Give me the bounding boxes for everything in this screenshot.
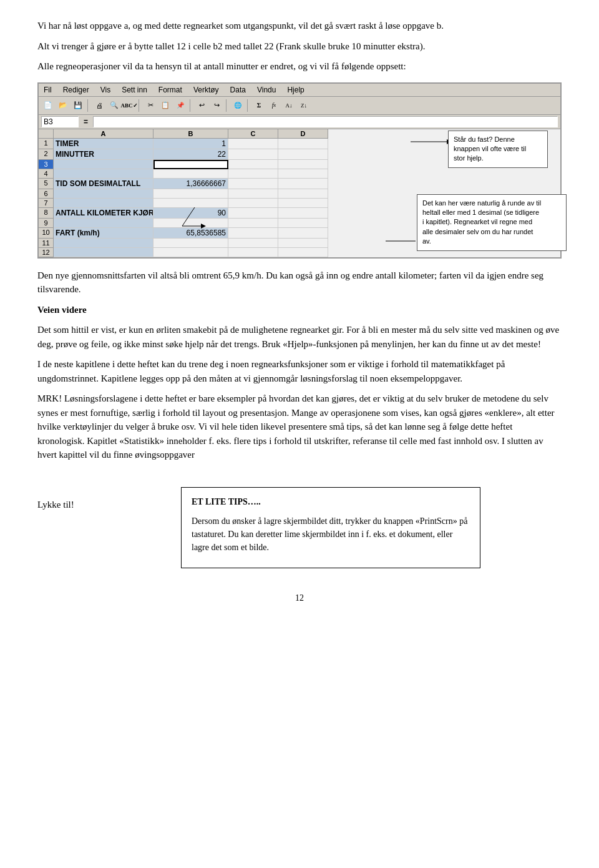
menu-sett-inn[interactable]: Sett inn [119, 85, 150, 95]
cell-D12[interactable] [278, 248, 328, 257]
tb-cut[interactable]: ✂ [144, 99, 157, 112]
row-header-10: 10 [39, 228, 54, 239]
body-para3: Det som hittil er vist, er kun en ørlite… [37, 323, 562, 351]
cell-C1[interactable] [228, 139, 278, 149]
grid-row-4: 4 [39, 169, 560, 179]
menu-bar: Fil Rediger Vis Sett inn Format Verktøy … [39, 84, 560, 97]
callout-rounding-text: Det kan her være naturlig å runde av til… [422, 199, 541, 245]
cell-A1[interactable]: TIMER [54, 139, 153, 149]
body-para2: Veien videre [37, 303, 562, 317]
intro-para1: Vi har nå løst oppgave a, og med dette r… [37, 19, 562, 33]
tb-sort-az[interactable]: A↓ [282, 99, 296, 112]
tb-save[interactable]: 💾 [71, 99, 85, 112]
cell-D10[interactable] [278, 228, 328, 239]
callout-fx-text: Står du fast? Denne knappen vil ofte vær… [454, 136, 526, 162]
cell-A11[interactable] [54, 239, 153, 248]
row-header-7: 7 [39, 199, 54, 208]
tb-new[interactable]: 📄 [41, 99, 55, 112]
cell-B11[interactable] [153, 239, 228, 248]
formula-input[interactable] [93, 116, 558, 127]
callout-fx: Står du fast? Denne knappen vil ofte vær… [448, 131, 548, 168]
body-text: Den nye gjennomsnittsfarten vil altså bl… [37, 269, 562, 462]
cell-A2[interactable]: MINUTTER [54, 149, 153, 160]
page-number: 12 [37, 593, 562, 603]
body-para4: I de neste kapitlene i dette heftet kan … [37, 357, 562, 385]
cell-C6[interactable] [228, 189, 278, 199]
menu-fil[interactable]: Fil [41, 85, 54, 95]
tb-sort-za[interactable]: Z↓ [297, 99, 311, 112]
formula-bar: = [39, 115, 560, 129]
menu-rediger[interactable]: Rediger [61, 85, 92, 95]
tb-paste[interactable]: 📌 [173, 99, 187, 112]
cell-A4[interactable] [54, 169, 153, 179]
row-header-3: 3 [39, 160, 54, 169]
cell-D4[interactable] [278, 169, 328, 179]
cell-D7[interactable] [278, 199, 328, 208]
cell-D2[interactable] [278, 149, 328, 160]
cell-B1[interactable]: 1 [153, 139, 228, 149]
cell-reference-input[interactable] [41, 116, 79, 127]
cell-A9[interactable] [54, 219, 153, 228]
cell-D3[interactable] [278, 160, 328, 169]
tb-undo[interactable]: ↩ [195, 99, 208, 112]
formula-equals: = [81, 117, 90, 126]
cell-C3[interactable] [228, 160, 278, 169]
tb-sep-1 [87, 99, 90, 112]
cell-C2[interactable] [228, 149, 278, 160]
menu-data[interactable]: Data [228, 85, 248, 95]
cell-D5[interactable] [278, 179, 328, 189]
menu-format[interactable]: Format [156, 85, 185, 95]
intro-para3: Alle regneoperasjoner vil da ta hensyn t… [37, 59, 562, 74]
menu-vis[interactable]: Vis [98, 85, 113, 95]
menu-verktoy[interactable]: Verktøy [191, 85, 222, 95]
callout2-arrow [386, 232, 417, 250]
cell-D11[interactable] [278, 239, 328, 248]
menu-hjelp[interactable]: Hjelp [285, 85, 306, 95]
cell-B12[interactable] [153, 248, 228, 257]
tb-preview[interactable]: 🔍 [107, 99, 121, 112]
cell-C5[interactable] [228, 179, 278, 189]
grid-row-5: 5 TID SOM DESIMALTALL 1,36666667 [39, 179, 560, 189]
row-header-2: 2 [39, 149, 54, 160]
intro-para2: Alt vi trenger å gjøre er å bytte tallet… [37, 39, 562, 54]
cell-C11[interactable] [228, 239, 278, 248]
cell-A7[interactable] [54, 199, 153, 208]
tb-sep-3 [190, 99, 192, 112]
cell-A5[interactable]: TID SOM DESIMALTALL [54, 179, 153, 189]
row-header-4: 4 [39, 169, 54, 179]
row-header-6: 6 [39, 189, 54, 199]
cell-C4[interactable] [228, 169, 278, 179]
tb-hyperlink[interactable]: 🌐 [231, 99, 245, 112]
callout-rounding: Det kan her være naturlig å runde av til… [417, 194, 567, 251]
cell-A3[interactable] [54, 160, 153, 169]
tip-title: ET LITE TIPS….. [192, 497, 261, 506]
cell-D9[interactable] [278, 219, 328, 228]
tb-copy[interactable]: 📋 [158, 99, 172, 112]
cell-B6[interactable] [153, 189, 228, 199]
callout1-arrow [411, 136, 448, 148]
cell-A6[interactable] [54, 189, 153, 199]
corner-header [39, 129, 54, 139]
menu-vindu[interactable]: Vindu [255, 85, 278, 95]
tb-spell[interactable]: ABC✓ [122, 99, 136, 112]
tb-redo[interactable]: ↪ [210, 99, 223, 112]
row-header-12: 12 [39, 248, 54, 257]
tb-fx[interactable]: fx [267, 99, 281, 112]
cell-B3[interactable] [153, 160, 228, 169]
cell-B4[interactable] [153, 169, 228, 179]
cell-B2[interactable]: 22 [153, 149, 228, 160]
tb-autosum[interactable]: Σ [252, 99, 266, 112]
cell-D1[interactable] [278, 139, 328, 149]
tb-print[interactable]: 🖨 [92, 99, 106, 112]
cell-A12[interactable] [54, 248, 153, 257]
row-header-1: 1 [39, 139, 54, 149]
cell-A8[interactable]: ANTALL KILOMETER KJØRT [54, 208, 153, 219]
col-header-B: B [153, 129, 228, 139]
cell-B5[interactable]: 1,36666667 [153, 179, 228, 189]
cell-D6[interactable] [278, 189, 328, 199]
cell-A10[interactable]: FART (km/h) [54, 228, 153, 239]
tb-open[interactable]: 📂 [56, 99, 70, 112]
body-para5: MRK! Løsningsforslagene i dette heftet e… [37, 392, 562, 462]
cell-C12[interactable] [228, 248, 278, 257]
cell-D8[interactable] [278, 208, 328, 219]
